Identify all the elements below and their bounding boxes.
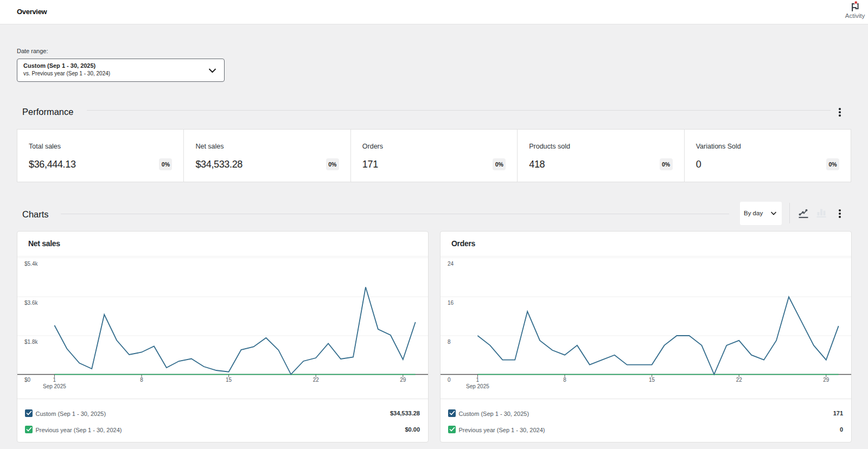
svg-text:Sep 2025: Sep 2025	[466, 383, 489, 389]
svg-text:1: 1	[53, 377, 56, 383]
svg-text:24: 24	[448, 261, 454, 267]
svg-text:29: 29	[823, 377, 829, 383]
svg-text:$1.8k: $1.8k	[24, 339, 38, 345]
svg-text:16: 16	[448, 300, 454, 306]
svg-text:29: 29	[400, 377, 406, 383]
svg-text:22: 22	[736, 377, 743, 383]
svg-text:Sep 2025: Sep 2025	[43, 383, 66, 389]
svg-text:8: 8	[563, 377, 566, 383]
svg-text:0: 0	[448, 377, 451, 383]
svg-text:$3.6k: $3.6k	[24, 300, 38, 306]
svg-text:$5.4k: $5.4k	[24, 261, 38, 267]
svg-text:1: 1	[476, 377, 480, 383]
svg-text:22: 22	[313, 377, 320, 383]
svg-text:15: 15	[226, 377, 232, 383]
svg-text:$0: $0	[24, 377, 31, 383]
svg-text:8: 8	[448, 339, 451, 345]
svg-text:15: 15	[649, 377, 655, 383]
svg-text:8: 8	[140, 377, 143, 383]
